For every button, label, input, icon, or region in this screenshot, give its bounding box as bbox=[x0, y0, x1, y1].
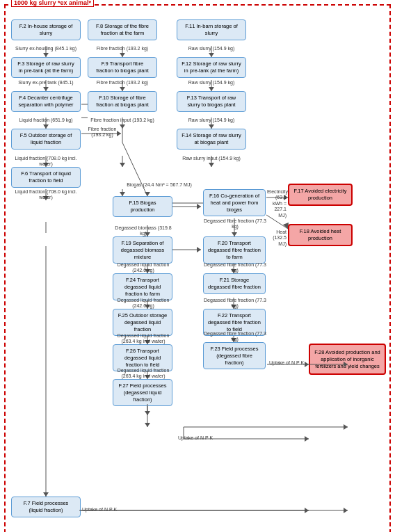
flow-liquid-708: Liquid fraction (708.0 kg incl. water) bbox=[11, 156, 81, 168]
flow-degassed-liq-2634-2: Degassed liquid fraction (263.4 kg incl … bbox=[113, 368, 174, 380]
box-F16: F.16 Co-generation of heat and power fro… bbox=[203, 189, 267, 216]
box-F8: F.8 Storage of the fibre fraction at the… bbox=[88, 19, 159, 40]
connector-svg-2 bbox=[10, 10, 391, 528]
box-F10: F.10 Storage of fibre fraction at biogas… bbox=[88, 91, 159, 112]
svg-marker-85 bbox=[344, 508, 348, 513]
box-F20: F.20 Transport degassed fibre fraction t… bbox=[203, 236, 267, 264]
svg-marker-20 bbox=[120, 124, 125, 129]
box-F11: F.11 In-barn storage of slurry bbox=[177, 19, 248, 40]
svg-marker-30 bbox=[209, 163, 214, 167]
flow-slurry-exhousing: Slurry ex-housing (845.1 kg) bbox=[11, 46, 81, 51]
flow-uptake-npk-left: Uptake of N P K bbox=[82, 507, 138, 513]
flow-electricity: Electricity (63.1 kWh = 227.1 MJ) bbox=[267, 189, 287, 218]
outer-container: 1000 kg slurry *ex animal* bbox=[4, 4, 391, 532]
flow-degassed-fibre-f16: Degassed fibre fraction (77.3 kg) bbox=[203, 218, 267, 230]
box-F28: F.28 Avoided production and application … bbox=[309, 344, 387, 375]
flow-raw-slurry-input: Raw slurry input (154.9 kg) bbox=[177, 156, 246, 161]
box-F7: F.7 Field processes (liquid fraction) bbox=[11, 497, 82, 517]
flow-fibre-193-2: Fibre fraction (193.2 kg) bbox=[88, 80, 157, 86]
box-F27: F.27 Field processes (degassed liquid fr… bbox=[113, 379, 174, 406]
svg-marker-45 bbox=[197, 247, 201, 252]
flow-degassed-fibre-773-4: Degassed fibre fraction (77.3 kg) bbox=[203, 331, 267, 343]
flow-raw-slurry-2: Raw slurry (154.9 kg) bbox=[177, 80, 246, 86]
box-F15: F.15 Biogas production bbox=[113, 196, 174, 217]
box-F24: F.24 Transport degassed liquid fraction … bbox=[113, 273, 174, 300]
box-F23: F.23 Field processes (degassed fibre fra… bbox=[203, 342, 267, 369]
box-F14: F.14 Storage of raw slurry at biogas pla… bbox=[177, 129, 248, 150]
box-F2: F.2 In-house storage of slurry bbox=[11, 19, 82, 40]
flow-degassed-liq-2426-2: Degassed liquid fraction (242.6 kg) bbox=[113, 298, 174, 309]
box-F25: F.25 Outdoor storage degassed liquid fra… bbox=[113, 309, 174, 336]
svg-marker-39 bbox=[197, 204, 201, 209]
box-F12: F.12 Storage of raw slurry in pre-tank (… bbox=[177, 57, 248, 78]
flow-uptake-npk-right: Uptake of N P K bbox=[269, 360, 307, 366]
box-F19: F.19 Separation of degassed biomass mixt… bbox=[113, 236, 174, 264]
svg-marker-81 bbox=[344, 424, 348, 430]
box-F17: F.17 Avoided electricity production bbox=[288, 184, 354, 206]
flow-degassed-biomass: Degassed biomass (319.8 kg) bbox=[113, 225, 174, 237]
flow-heat: Heat (132.5 MJ) bbox=[267, 229, 287, 247]
connector-svg bbox=[10, 10, 391, 528]
svg-line-69 bbox=[122, 143, 147, 196]
flow-liquid-651: Liquid fraction (651.9 kg) bbox=[11, 118, 81, 123]
box-F13: F.13 Transport of raw slurry to biogas p… bbox=[177, 91, 248, 112]
box-F3: F.3 Storage of raw slurry in pre-tank (a… bbox=[11, 57, 82, 78]
flow-fibre-input: Fibre fraction input (193.2 kg) bbox=[88, 118, 157, 123]
box-F9: F.9 Transport fibre fraction to biogas p… bbox=[88, 57, 159, 78]
svg-marker-61 bbox=[145, 411, 150, 415]
flow-uptake-npk-mid: Uptake of N P K bbox=[178, 435, 227, 441]
box-F18: F.18 Avoided heat production bbox=[288, 224, 354, 246]
flow-degassed-fibre-773-3: Degassed fibre fraction (77.3 kg) bbox=[203, 298, 267, 309]
flow-slurry-expretank: Slurry ex-pre tank (845.1) bbox=[11, 80, 81, 86]
flow-raw-slurry-3: Raw slurry (154.9 kg) bbox=[177, 118, 246, 123]
svg-marker-76 bbox=[145, 423, 150, 427]
box-F21: F.21 Storage degassed fibre fraction bbox=[203, 273, 267, 294]
box-F4: F.4 Decanter centrifuge separation with … bbox=[11, 91, 82, 112]
flow-degassed-fibre-773-2: Degassed fibre fraction (77.3 kg) bbox=[203, 262, 267, 274]
flow-degassed-liq-2634: Degassed liquid fraction (263.4 kg incl … bbox=[113, 333, 174, 345]
box-F6: F.6 Transport of liquid fraction to fiel… bbox=[11, 167, 82, 188]
svg-marker-67 bbox=[305, 508, 309, 513]
diagram-title: 1000 kg slurry *ex animal* bbox=[11, 0, 94, 7]
flow-fibre-193-top: Fibre fraction (193.2 kg) bbox=[85, 127, 120, 138]
box-F5: F.5 Outdoor storage of liquid fraction bbox=[11, 129, 82, 150]
flow-fibre-193-1: Fibre fraction (193.2 kg) bbox=[88, 46, 157, 51]
svg-marker-22 bbox=[120, 163, 125, 167]
flow-biogas: Biogas (24.4 Nm³ = 567.7 MJ) bbox=[118, 182, 201, 188]
flow-raw-slurry-1: Raw slurry (154.9 kg) bbox=[177, 46, 246, 51]
flow-liquid-708-2: Liquid fraction (708.0 kg incl. water) bbox=[11, 189, 81, 201]
flow-degassed-liq-2426: Degassed liquid fraction (242.6 kg) bbox=[113, 262, 174, 274]
svg-marker-65 bbox=[305, 436, 309, 442]
